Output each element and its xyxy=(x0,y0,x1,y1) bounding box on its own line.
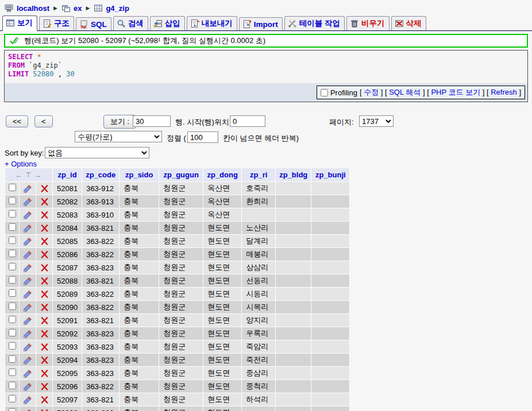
edit-pencil-icon[interactable] xyxy=(24,277,32,285)
cell-zp_sido: 충북 xyxy=(119,195,159,208)
edit-pencil-icon[interactable] xyxy=(24,184,32,193)
breadcrumb-table-link[interactable]: g4_zip xyxy=(106,4,129,13)
edit-pencil-icon[interactable] xyxy=(24,263,32,272)
delete-x-icon[interactable] xyxy=(40,197,49,206)
row-select-checkbox[interactable] xyxy=(9,289,16,297)
delete-x-icon[interactable] xyxy=(40,184,49,193)
column-header-zp-gugun[interactable]: zp_gugun xyxy=(159,168,203,181)
sort-by-key-select[interactable]: 없음 xyxy=(45,147,149,158)
delete-x-icon[interactable] xyxy=(40,290,49,298)
column-header-zp-dong[interactable]: zp_dong xyxy=(203,168,241,181)
profiling-link[interactable]: PHP 코드 보기 xyxy=(431,88,480,96)
start-row-input[interactable] xyxy=(230,115,265,127)
delete-x-icon[interactable] xyxy=(40,316,49,325)
first-page-button[interactable]: << xyxy=(6,115,28,127)
row-select-checkbox[interactable] xyxy=(9,210,16,218)
delete-x-icon[interactable] xyxy=(40,263,49,272)
breadcrumb-database-link[interactable]: ex xyxy=(74,4,82,13)
column-header-zp-code[interactable]: zp_code xyxy=(82,168,119,181)
delete-x-icon[interactable] xyxy=(40,277,49,285)
profiling-link[interactable]: 수정 xyxy=(364,88,379,96)
edit-pencil-icon[interactable] xyxy=(24,382,32,391)
edit-pencil-icon[interactable] xyxy=(24,316,32,325)
tab-search[interactable]: 검색 xyxy=(113,16,148,30)
tab-export[interactable]: 내보내기 xyxy=(187,16,237,30)
edit-pencil-icon[interactable] xyxy=(24,303,32,312)
prev-page-button[interactable]: < xyxy=(34,115,53,127)
cell-zp_gugun: 청원군 xyxy=(159,406,203,411)
row-select-checkbox[interactable] xyxy=(9,184,16,191)
delete-x-icon[interactable] xyxy=(40,303,49,312)
delete-x-icon[interactable] xyxy=(40,409,49,411)
delete-x-icon[interactable] xyxy=(40,237,49,246)
row-select-checkbox[interactable] xyxy=(9,263,16,270)
cell-zp_id: 52094 xyxy=(53,354,82,366)
row-select-checkbox[interactable] xyxy=(9,197,16,204)
profiling-checkbox[interactable] xyxy=(321,89,328,96)
row-select-checkbox[interactable] xyxy=(9,223,16,231)
tab-import[interactable]: Import xyxy=(239,17,283,30)
row-select-checkbox[interactable] xyxy=(9,408,16,411)
row-select-checkbox[interactable] xyxy=(9,395,16,402)
column-header-zp-bunji[interactable]: zp_bunji xyxy=(311,168,349,181)
row-select-checkbox[interactable] xyxy=(9,316,16,323)
edit-pencil-icon[interactable] xyxy=(24,250,32,259)
start-row-label: 행. 시작(행)위치 xyxy=(175,117,229,127)
cell-zp_code: 363-820 xyxy=(82,406,119,411)
column-header-zp-bldg[interactable]: zp_bldg xyxy=(276,168,311,181)
delete-x-icon[interactable] xyxy=(40,329,49,338)
edit-pencil-icon[interactable] xyxy=(24,356,32,365)
edit-pencil-icon[interactable] xyxy=(24,224,32,232)
tab-sql[interactable]: SQL SQL xyxy=(76,17,111,30)
server-icon xyxy=(5,3,14,13)
edit-pencil-icon[interactable] xyxy=(24,396,32,404)
num-rows-input[interactable] xyxy=(133,115,171,127)
edit-pencil-icon[interactable] xyxy=(24,329,32,338)
cell-zp_code: 363-822 xyxy=(82,248,119,261)
repeat-headers-input[interactable] xyxy=(187,131,218,143)
delete-x-icon[interactable] xyxy=(40,369,49,378)
edit-pencil-icon[interactable] xyxy=(24,409,32,411)
edit-pencil-icon[interactable] xyxy=(24,343,32,351)
row-select-checkbox[interactable] xyxy=(9,250,16,257)
display-mode-select[interactable]: 수평(가로) xyxy=(75,131,162,142)
row-select-checkbox[interactable] xyxy=(9,329,16,336)
options-toggle-link[interactable]: + Options xyxy=(5,160,37,168)
edit-pencil-icon[interactable] xyxy=(24,211,32,219)
row-select-checkbox[interactable] xyxy=(9,382,16,389)
profiling-link[interactable]: Refresh xyxy=(491,88,517,96)
tab-operations[interactable]: 테이블 작업 xyxy=(284,16,345,30)
table-row: 52081363-912충북청원군옥산면호죽리 xyxy=(5,182,349,195)
delete-x-icon[interactable] xyxy=(40,211,49,219)
row-select-checkbox[interactable] xyxy=(9,236,16,244)
tab-drop[interactable]: 삭제 xyxy=(391,16,426,30)
tab-empty[interactable]: 비우기 xyxy=(346,16,390,30)
delete-x-icon[interactable] xyxy=(40,382,49,391)
tab-structure[interactable]: 구조 xyxy=(39,16,74,30)
tab-insert[interactable]: 삽입 xyxy=(150,16,185,30)
show-rows-button[interactable]: 보기 : xyxy=(103,115,136,129)
edit-pencil-icon[interactable] xyxy=(24,197,32,206)
delete-x-icon[interactable] xyxy=(40,343,49,351)
tab-browse[interactable]: 보기 xyxy=(2,15,37,31)
column-header-zp-sido[interactable]: zp_sido xyxy=(119,168,159,181)
delete-x-icon[interactable] xyxy=(40,356,49,365)
row-select-checkbox[interactable] xyxy=(9,355,16,363)
delete-x-icon[interactable] xyxy=(40,250,49,259)
edit-pencil-icon[interactable] xyxy=(24,237,32,246)
breadcrumb-server-link[interactable]: localhost xyxy=(17,4,49,13)
column-header-zp-ri[interactable]: zp_ri xyxy=(242,168,275,181)
delete-x-icon[interactable] xyxy=(40,396,49,404)
cell-zp_id: 52087 xyxy=(53,261,82,274)
row-select-checkbox[interactable] xyxy=(9,303,16,310)
row-select-checkbox[interactable] xyxy=(9,276,16,284)
sql-tools-strip: Profiling [ 수정 ] [ SQL 해석 ] [ PHP 코드 보기 … xyxy=(5,83,527,102)
delete-x-icon[interactable] xyxy=(40,224,49,232)
edit-pencil-icon[interactable] xyxy=(24,369,32,378)
page-select[interactable]: 1737 xyxy=(359,115,394,127)
profiling-link[interactable]: SQL 해석 xyxy=(389,88,421,96)
row-select-checkbox[interactable] xyxy=(9,369,16,376)
row-select-checkbox[interactable] xyxy=(9,342,16,350)
column-header-zp-id[interactable]: zp_id xyxy=(53,168,82,181)
edit-pencil-icon[interactable] xyxy=(24,290,32,298)
